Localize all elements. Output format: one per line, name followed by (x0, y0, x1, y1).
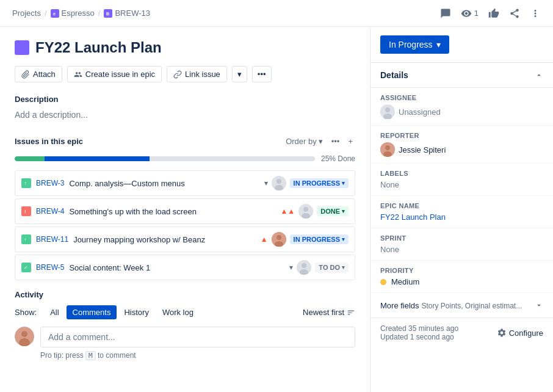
breadcrumb-brew-link[interactable]: BREW-13 (115, 9, 150, 18)
detail-priority: Priority Medium (370, 261, 553, 293)
panel-footer: Created 35 minutes ago Updated 1 second … (370, 318, 553, 347)
svg-text:!: ! (24, 209, 26, 214)
sprint-text: None (380, 245, 399, 254)
details-header[interactable]: Details (370, 63, 553, 88)
avatar-brew3 (272, 176, 286, 191)
svg-point-31 (385, 145, 390, 150)
attach-label: Attach (33, 70, 56, 79)
progress-green (15, 156, 45, 161)
order-by-button[interactable]: Order by ▾ (283, 136, 325, 147)
right-panel: In Progress ▾ Details Assignee Unassigne… (370, 27, 553, 392)
issue-key-brew3[interactable]: BREW-3 (36, 179, 64, 187)
tab-comments[interactable]: Comments (67, 305, 117, 319)
activity-section: Activity Show: All Comments History Work… (15, 290, 355, 360)
more-fields-text: More fields Story Points, Original estim… (380, 300, 522, 310)
watch-icon[interactable]: 1 (461, 8, 479, 19)
issue-key-brew5[interactable]: BREW-5 (36, 263, 64, 272)
epic-name-value[interactable]: FY22 Launch Plan (380, 212, 543, 222)
svg-text:✓: ✓ (24, 265, 28, 270)
status-button[interactable]: In Progress ▾ (380, 35, 449, 54)
epic-color-square (15, 40, 29, 55)
tab-all[interactable]: All (44, 305, 65, 319)
status-chevron: ▾ (436, 40, 441, 49)
link-issue-label: Link issue (185, 70, 220, 79)
status-badge-brew3[interactable]: IN PROGRESS ▾ (290, 178, 349, 188)
svg-text:↑: ↑ (24, 237, 27, 242)
progress-blue (45, 156, 150, 161)
status-badge-brew4[interactable]: DONE ▾ (317, 206, 349, 216)
svg-point-12 (303, 207, 308, 212)
pro-tip-text: Pro tip: press (40, 351, 84, 360)
issue-key-brew4[interactable]: BREW-4 (36, 207, 64, 216)
issue-type-icon-brew5: ✓ (21, 263, 31, 272)
avatar-brew5 (297, 260, 311, 275)
issue-key-brew11[interactable]: BREW-11 (36, 235, 68, 244)
assignee-value[interactable]: Unassigned (380, 104, 543, 119)
description-placeholder[interactable]: Add a description... (15, 107, 355, 122)
avatar-brew11 (272, 232, 286, 247)
progress-text: 25% Done (321, 154, 355, 163)
action-bar: Attach Create issue in epic Link issue ▾… (15, 66, 355, 82)
priority-text: Medium (391, 277, 419, 286)
issue-type-icon-brew11: ↑ (21, 234, 31, 244)
attach-button[interactable]: Attach (15, 66, 62, 82)
configure-button[interactable]: Configure (497, 328, 543, 338)
announce-icon[interactable] (440, 8, 451, 19)
detail-epic-name: Epic Name FY22 Launch Plan (370, 196, 553, 228)
progress-bar (15, 156, 315, 161)
labels-value[interactable]: None (380, 180, 543, 189)
thumbs-up-icon[interactable] (488, 8, 499, 19)
issue-type-icon-brew3: ↑ (21, 178, 31, 188)
priority-up2-icon: ▲ (261, 235, 268, 244)
comment-input[interactable]: Add a comment... (40, 327, 355, 347)
sprint-value[interactable]: None (380, 245, 543, 254)
share-icon[interactable] (509, 8, 520, 19)
more-fields[interactable]: More fields Story Points, Original estim… (370, 293, 553, 318)
issue-actions-brew11: ▲ IN PROGRESS ▾ (261, 232, 349, 247)
priority-value[interactable]: Medium (380, 277, 543, 286)
status-badge-brew5[interactable]: TO DO ▾ (315, 263, 349, 272)
brew-icon: B (104, 9, 112, 18)
reporter-value[interactable]: Jessie Spiteri (380, 142, 543, 157)
table-row: ✓ BREW-5 Social content: Week 1 ▾ TO DO … (15, 255, 355, 280)
activity-title: Activity (15, 290, 355, 299)
link-issue-button[interactable]: Link issue (167, 66, 227, 82)
tab-history[interactable]: History (118, 305, 154, 319)
breadcrumb-projects[interactable]: Projects (12, 9, 41, 18)
issues-more-button[interactable]: ••• (329, 134, 342, 148)
svg-point-25 (21, 331, 27, 337)
detail-assignee: Assignee Unassigned (370, 88, 553, 126)
more-icon[interactable] (530, 8, 541, 19)
priority-down2-icon: ▾ (289, 263, 293, 272)
create-issue-button[interactable]: Create issue in epic (67, 66, 162, 82)
newest-first-button[interactable]: Newest first (303, 308, 355, 317)
nav-actions: 1 (440, 8, 541, 19)
svg-point-28 (385, 107, 390, 112)
more-actions-button[interactable]: ••• (252, 66, 272, 82)
breadcrumb: Projects / e Espresso / B BREW-13 (12, 9, 150, 18)
breadcrumb-espresso-link[interactable]: Espresso (62, 9, 95, 18)
tab-worklog[interactable]: Work log (156, 305, 200, 319)
order-by-row: Order by ▾ ••• + (283, 134, 355, 148)
status-label: In Progress (389, 40, 433, 49)
breadcrumb-brew[interactable]: B BREW-13 (104, 9, 150, 18)
breadcrumb-espresso[interactable]: e Espresso (51, 9, 95, 18)
avatar-brew4 (298, 204, 313, 219)
reporter-avatar (380, 142, 395, 157)
pro-tip: Pro tip: press M to comment (40, 351, 355, 360)
issue-type-icon-brew4: ! (21, 206, 31, 216)
page-title-row: FY22 Launch Plan (15, 39, 355, 56)
issues-add-button[interactable]: + (345, 134, 355, 148)
status-badge-brew11[interactable]: IN PROGRESS ▾ (290, 234, 349, 244)
more-actions-dropdown[interactable]: ▾ (232, 66, 247, 82)
svg-point-17 (276, 235, 281, 240)
pro-tip-key: M (85, 351, 96, 360)
priority-label: Priority (380, 267, 543, 274)
epic-name-label: Epic Name (380, 202, 543, 209)
assignee-label: Assignee (380, 94, 543, 101)
comment-user-avatar (15, 327, 34, 346)
priority-up-icon: ▲▲ (280, 207, 295, 216)
configure-gear-icon (497, 328, 507, 338)
top-nav: Projects / e Espresso / B BREW-13 1 (0, 0, 553, 27)
created-text: Created 35 minutes ago (380, 324, 458, 333)
